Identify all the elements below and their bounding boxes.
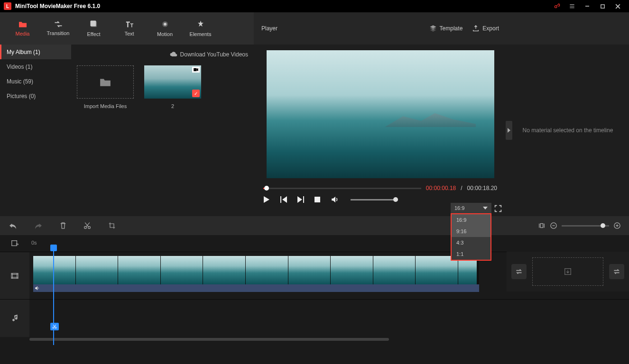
export-icon <box>472 25 480 32</box>
zoom-slider[interactable] <box>562 225 609 227</box>
chevron-down-icon <box>483 207 488 209</box>
svg-rect-15 <box>12 240 17 246</box>
maximize-button[interactable] <box>595 0 610 12</box>
ratio-option-1-1[interactable]: 1:1 <box>452 248 490 260</box>
inspector-collapse-toggle[interactable] <box>506 121 512 140</box>
media-sidebar: My Album (1) Videos (1) Music (59) Pictu… <box>0 45 71 216</box>
svg-rect-6 <box>194 68 196 71</box>
elements-icon <box>196 20 205 28</box>
fullscreen-button[interactable] <box>494 205 502 212</box>
aspect-ratio-dropdown: 16:9 9:16 4:3 1:1 <box>451 213 491 261</box>
inspector-panel: No material selected on the timeline <box>507 45 629 216</box>
prev-frame-button[interactable] <box>280 196 289 203</box>
play-button[interactable] <box>263 196 272 203</box>
audio-track-header[interactable] <box>0 300 29 337</box>
import-media-tile[interactable]: Import Media Files <box>77 65 134 109</box>
add-track-button[interactable] <box>0 240 29 247</box>
minimize-button[interactable] <box>580 0 595 12</box>
volume-slider[interactable] <box>351 199 398 200</box>
app-logo: L <box>4 2 11 10</box>
swap-left-button[interactable] <box>511 264 527 279</box>
time-total: 00:00:18.20 <box>467 185 497 191</box>
svg-rect-3 <box>90 21 96 27</box>
sidebar-item-music[interactable]: Music (59) <box>0 74 71 89</box>
tab-text[interactable]: Text <box>111 14 147 43</box>
svg-rect-12 <box>540 224 543 228</box>
svg-rect-1 <box>601 4 604 8</box>
player-title: Player <box>261 25 420 32</box>
titlebar: L MiniTool MovieMaker Free 6.1.0 <box>0 0 629 12</box>
text-icon <box>125 20 134 28</box>
svg-rect-7 <box>280 196 281 203</box>
activate-icon[interactable] <box>549 0 564 12</box>
selected-check-icon: ✓ <box>192 90 200 97</box>
aspect-ratio-select[interactable]: 16:9 <box>451 203 491 213</box>
sidebar-item-videos[interactable]: Videos (1) <box>0 59 71 74</box>
undo-button[interactable] <box>9 222 17 229</box>
time-current: 00:00:00.18 <box>426 185 456 191</box>
close-button[interactable] <box>610 0 625 12</box>
motion-icon <box>161 20 169 28</box>
app-title: MiniTool MovieMaker Free 6.1.0 <box>15 3 549 9</box>
fit-timeline-button[interactable] <box>538 222 546 229</box>
folder-icon <box>18 20 28 28</box>
ratio-option-4-3[interactable]: 4:3 <box>452 237 490 248</box>
stop-button[interactable] <box>314 197 323 202</box>
delete-button[interactable] <box>60 222 66 229</box>
cloud-download-icon <box>170 52 177 57</box>
timeline: 0s <box>0 235 629 363</box>
video-track-header[interactable] <box>0 252 29 299</box>
zoom-in-button[interactable] <box>614 222 620 229</box>
export-button[interactable]: Export <box>472 25 499 32</box>
zoom-out-button[interactable] <box>550 222 557 229</box>
split-button[interactable] <box>83 222 91 229</box>
redo-button[interactable] <box>34 222 43 229</box>
crop-button[interactable] <box>108 222 116 229</box>
clip-audio-strip[interactable] <box>33 284 479 292</box>
progress-bar[interactable] <box>263 188 421 189</box>
transition-icon <box>54 21 63 27</box>
timeline-scrollbar[interactable] <box>0 337 629 342</box>
timeline-ruler[interactable]: 0s <box>29 235 629 252</box>
audio-track-body[interactable] <box>29 300 629 337</box>
ratio-option-9-16[interactable]: 9:16 <box>452 226 490 237</box>
menu-icon[interactable] <box>564 0 580 12</box>
sidebar-item-pictures[interactable]: Pictures (0) <box>0 89 71 103</box>
mute-button[interactable] <box>332 196 340 203</box>
next-frame-button[interactable] <box>297 196 306 203</box>
tab-effect[interactable]: Effect <box>76 14 111 43</box>
svg-rect-9 <box>314 197 320 202</box>
tab-media-label: Media <box>16 31 30 36</box>
effect-icon <box>90 20 98 28</box>
media-thumbnail[interactable]: ✓ 2 <box>144 65 201 109</box>
inspector-empty-text: No material selected on the timeline <box>523 127 613 134</box>
drop-slot[interactable] <box>532 257 603 286</box>
ratio-option-16-9[interactable]: 16:9 <box>452 214 490 226</box>
template-button[interactable]: Template <box>429 25 463 32</box>
tab-transition[interactable]: Transition <box>40 14 76 43</box>
swap-right-button[interactable] <box>609 264 624 279</box>
timeline-drop-panel <box>507 252 629 291</box>
speaker-icon <box>35 286 40 291</box>
template-icon <box>429 25 437 32</box>
timeline-toolbar <box>0 216 629 235</box>
tab-media[interactable]: Media <box>5 14 40 43</box>
download-youtube-link[interactable]: Download YouTube Videos <box>77 49 248 60</box>
video-preview[interactable] <box>267 50 494 178</box>
main-area: My Album (1) Videos (1) Music (59) Pictu… <box>0 45 629 216</box>
playhead-line[interactable] <box>53 250 54 345</box>
top-toolbar: Media Transition Effect Text Motion Elem… <box>0 12 629 45</box>
sidebar-item-album[interactable]: My Album (1) <box>0 45 71 59</box>
folder-icon <box>99 77 111 87</box>
svg-point-0 <box>555 6 557 8</box>
svg-rect-8 <box>303 196 304 203</box>
playhead-split-badge[interactable] <box>50 323 59 330</box>
video-clip[interactable] <box>33 256 479 288</box>
tab-motion[interactable]: Motion <box>147 14 183 43</box>
video-type-icon <box>192 67 200 73</box>
tab-elements[interactable]: Elements <box>183 14 218 43</box>
player-panel: 00:00:00.18 / 00:00:18.20 16:9 16:9 9:16… <box>254 45 507 216</box>
svg-point-5 <box>164 23 166 26</box>
